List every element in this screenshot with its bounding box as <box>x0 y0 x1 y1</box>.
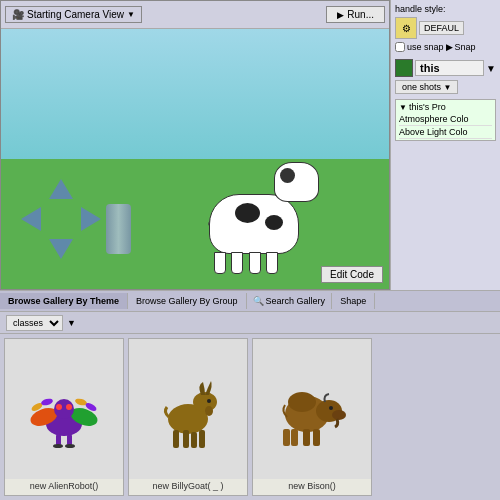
prop-above-light[interactable]: Above Light Colo <box>399 126 492 139</box>
handle-style-label: handle style: <box>395 4 446 14</box>
snap-label: Snap <box>455 42 476 52</box>
svg-rect-28 <box>303 429 310 446</box>
default-button[interactable]: DEFAUL <box>419 21 464 35</box>
cow-leg-4 <box>266 252 278 274</box>
viewport-canvas: Edit Code <box>1 29 389 289</box>
svg-point-12 <box>53 444 63 448</box>
svg-point-17 <box>205 406 213 416</box>
top-area: 🎥 Starting Camera View ▼ ▶ Run... <box>0 0 500 290</box>
cow-head <box>274 162 319 202</box>
svg-point-4 <box>40 398 53 407</box>
gallery-filter-row: classes ▼ <box>0 312 500 334</box>
this-row: this ▼ <box>395 59 496 77</box>
this-props-section: ▼ this's Pro Atmosphere Colo Above Light… <box>395 99 496 141</box>
cow-head-spot <box>280 168 295 183</box>
svg-point-13 <box>65 444 75 448</box>
billy-goat-image <box>153 367 223 452</box>
viewport-toolbar: 🎥 Starting Camera View ▼ ▶ Run... <box>1 1 389 29</box>
bison-label: new Bison() <box>286 479 338 491</box>
svg-point-5 <box>74 398 87 407</box>
svg-rect-21 <box>199 430 205 448</box>
this-props-label: this's Pro <box>409 102 446 112</box>
svg-point-26 <box>329 406 333 410</box>
movement-arrows[interactable] <box>21 179 101 259</box>
arrow-north[interactable] <box>49 179 73 199</box>
edit-code-label: Edit Code <box>330 269 374 280</box>
one-shots-dropdown-icon: ▼ <box>444 83 452 92</box>
gallery-item-bison[interactable]: new Bison() <box>252 338 372 496</box>
this-label[interactable]: this <box>415 60 484 76</box>
gallery-item-billy-goat[interactable]: 2 <box>128 338 248 496</box>
arrow-south[interactable] <box>49 239 73 259</box>
svg-point-16 <box>207 399 211 403</box>
alien-robot-label: new AlienRobot() <box>28 479 101 491</box>
svg-rect-19 <box>183 430 189 448</box>
cow-spot-2 <box>265 215 283 230</box>
camera-label-text: Starting Camera View <box>27 9 124 20</box>
arrow-east[interactable] <box>81 207 101 231</box>
this-color-swatch[interactable] <box>395 59 413 77</box>
cow-leg-2 <box>231 252 243 274</box>
camera-icon: 🎥 <box>12 9 24 20</box>
alien-robot-image <box>29 369 99 449</box>
svg-rect-30 <box>283 429 290 446</box>
tab-browse-by-theme[interactable]: Browse Gallery By Theme <box>0 293 128 309</box>
one-shots-row: one shots ▼ <box>395 80 496 94</box>
app-container: 🎥 Starting Camera View ▼ ▶ Run... <box>0 0 500 500</box>
run-play-icon: ▶ <box>337 10 344 20</box>
bison-image <box>277 369 347 449</box>
camera-view-button[interactable]: 🎥 Starting Camera View ▼ <box>5 6 142 23</box>
svg-point-25 <box>332 410 346 420</box>
svg-rect-27 <box>313 429 320 446</box>
prop-atmosphere[interactable]: Atmosphere Colo <box>399 113 492 126</box>
arrow-west[interactable] <box>21 207 41 231</box>
one-shots-button[interactable]: one shots ▼ <box>395 80 458 94</box>
svg-point-9 <box>66 404 72 410</box>
snap-arrow-icon: ▶ <box>446 42 453 52</box>
billy-goat-label: new BillyGoat( _ ) <box>150 479 225 491</box>
run-button[interactable]: ▶ Run... <box>326 6 385 23</box>
handle-style-row: handle style: <box>395 4 496 14</box>
use-snap-checkbox[interactable] <box>395 42 405 52</box>
right-panel: handle style: ⚙ DEFAUL use snap ▶ Snap t… <box>390 0 500 290</box>
svg-rect-18 <box>173 430 179 448</box>
cow-leg-1 <box>214 252 226 274</box>
collapse-icon[interactable]: ▼ <box>399 103 407 112</box>
snap-row: use snap ▶ Snap <box>395 42 496 52</box>
cow-body <box>209 194 299 254</box>
svg-rect-20 <box>191 432 197 448</box>
bison-canvas <box>253 339 371 479</box>
cow-spot-1 <box>235 203 260 223</box>
tab-browse-by-group[interactable]: Browse Gallery By Group <box>128 293 247 309</box>
run-label: Run... <box>347 9 374 20</box>
gallery-item-alien-robot[interactable]: new AlienRobot() <box>4 338 124 496</box>
edit-code-button[interactable]: Edit Code <box>321 266 383 283</box>
filter-dropdown-icon[interactable]: ▼ <box>67 318 76 328</box>
cylinder-object <box>106 204 131 254</box>
viewport-area: 🎥 Starting Camera View ▼ ▶ Run... <box>0 0 390 290</box>
cow-object[interactable] <box>189 134 329 274</box>
cow-leg-3 <box>249 252 261 274</box>
svg-rect-29 <box>291 429 298 446</box>
alien-robot-canvas <box>5 339 123 479</box>
gallery-tabs: Browse Gallery By Theme Browse Gallery B… <box>0 290 500 312</box>
svg-point-23 <box>288 392 316 412</box>
gallery-items: new AlienRobot() 2 <box>0 334 500 500</box>
camera-dropdown-icon: ▼ <box>127 10 135 19</box>
tab-shape[interactable]: Shape <box>332 293 375 309</box>
handle-icon: ⚙ <box>395 17 417 39</box>
filter-select[interactable]: classes <box>6 315 63 331</box>
billy-goat-canvas <box>129 339 247 479</box>
tab-search-gallery[interactable]: 🔍 Search Gallery <box>247 293 333 309</box>
gear-icon: ⚙ <box>402 23 411 34</box>
search-icon: 🔍 <box>253 296 264 306</box>
this-dropdown-icon[interactable]: ▼ <box>486 63 496 74</box>
use-snap-label: use snap <box>407 42 444 52</box>
svg-point-8 <box>56 404 62 410</box>
